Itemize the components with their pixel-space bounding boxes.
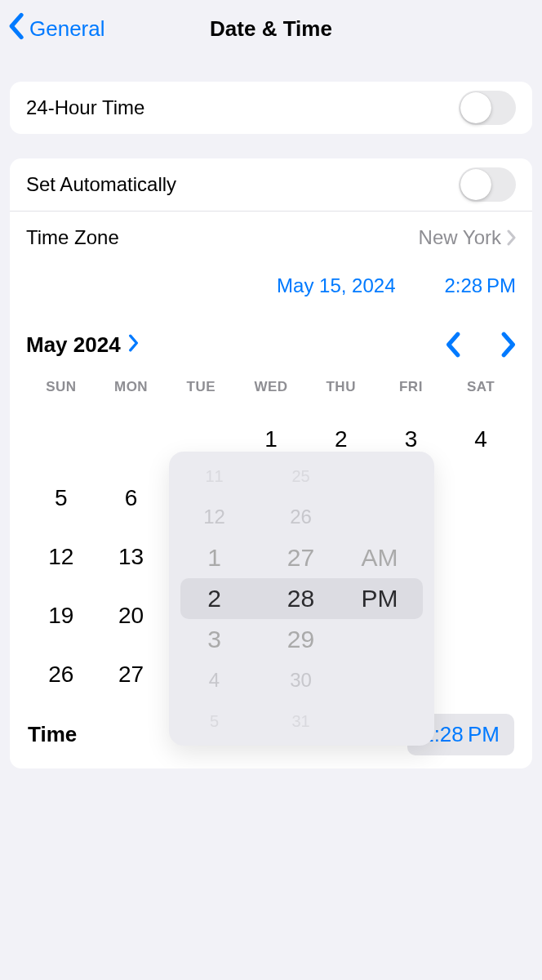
- nav-bar: General Date & Time: [0, 0, 542, 57]
- calendar-day[interactable]: 26: [26, 645, 96, 704]
- group-24hour: 24-Hour Time: [10, 82, 532, 134]
- picker-ampm-column[interactable]: AM PM: [358, 452, 419, 746]
- group-datetime: Set Automatically Time Zone New York May…: [10, 158, 532, 768]
- calendar-day[interactable]: 6: [96, 469, 167, 528]
- picker-option-selected[interactable]: 2: [185, 578, 244, 619]
- picker-minute-column[interactable]: 25 26 27 28 29 30 31: [272, 452, 331, 746]
- picker-option[interactable]: 12: [185, 497, 244, 537]
- row-set-automatically: Set Automatically: [10, 158, 532, 211]
- label-time: Time: [28, 722, 77, 747]
- row-24hour: 24-Hour Time: [10, 82, 532, 134]
- month-picker-button[interactable]: May 2024: [26, 332, 139, 358]
- calendar-weekdays: SUN MON TUE WED THU FRI SAT: [26, 371, 516, 410]
- month-nav: [446, 332, 516, 358]
- calendar-month-header: May 2024: [10, 312, 532, 358]
- next-month-button[interactable]: [500, 332, 516, 358]
- chevron-right-icon: [506, 229, 516, 246]
- picker-option[interactable]: 1: [185, 537, 244, 578]
- weekday-label: MON: [96, 371, 167, 410]
- calendar-day[interactable]: [96, 410, 167, 469]
- calendar-day[interactable]: [446, 645, 516, 704]
- picker-option[interactable]: 30: [272, 660, 331, 701]
- weekday-label: FRI: [376, 371, 446, 410]
- picker-option[interactable]: 31: [272, 701, 331, 742]
- calendar-day[interactable]: 20: [96, 586, 167, 645]
- calendar-day[interactable]: 27: [96, 645, 167, 704]
- back-label: General: [29, 16, 105, 42]
- picker-option[interactable]: 29: [272, 619, 331, 660]
- picker-option-spacer: [358, 619, 419, 660]
- weekday-label: SAT: [446, 371, 516, 410]
- chevron-right-icon: [127, 332, 139, 358]
- chevron-left-icon: [8, 12, 26, 46]
- picker-option[interactable]: AM: [358, 537, 419, 578]
- calendar-day[interactable]: 13: [96, 528, 167, 586]
- value-timezone: New York: [419, 226, 516, 249]
- calendar-day[interactable]: [446, 528, 516, 586]
- timezone-value-text: New York: [419, 226, 501, 249]
- time-picker[interactable]: 11 12 1 2 3 4 5 25 26 27 28: [169, 452, 434, 746]
- month-title-text: May 2024: [26, 332, 121, 358]
- weekday-label: SUN: [26, 371, 96, 410]
- calendar: SUN MON TUE WED THU FRI SAT 1 2 3 4 5 6: [10, 358, 532, 704]
- calendar-day[interactable]: 5: [26, 469, 96, 528]
- picker-option-selected[interactable]: PM: [358, 578, 419, 619]
- picker-option[interactable]: 25: [272, 456, 331, 497]
- calendar-day[interactable]: [26, 410, 96, 469]
- row-current-datetime: May 15, 2024 2:28 PM: [10, 263, 532, 312]
- weekday-label: TUE: [166, 371, 236, 410]
- toggle-set-automatically[interactable]: [459, 167, 516, 202]
- picker-columns: 11 12 1 2 3 4 5 25 26 27 28: [169, 452, 434, 746]
- label-set-automatically: Set Automatically: [26, 173, 176, 196]
- calendar-day[interactable]: 19: [26, 586, 96, 645]
- calendar-day[interactable]: [446, 469, 516, 528]
- picker-option[interactable]: 26: [272, 497, 331, 537]
- toggle-24hour[interactable]: [459, 91, 516, 125]
- picker-option-selected[interactable]: 28: [272, 578, 331, 619]
- row-timezone[interactable]: Time Zone New York: [10, 211, 532, 263]
- calendar-day[interactable]: 4: [446, 410, 516, 469]
- picker-hour-column[interactable]: 11 12 1 2 3 4 5: [185, 452, 244, 746]
- picker-option[interactable]: 5: [185, 701, 244, 742]
- back-button[interactable]: General: [8, 12, 105, 46]
- calendar-day[interactable]: [446, 586, 516, 645]
- calendar-day[interactable]: 12: [26, 528, 96, 586]
- label-24hour: 24-Hour Time: [26, 96, 144, 119]
- prev-month-button[interactable]: [446, 332, 462, 358]
- current-time-button[interactable]: 2:28 PM: [444, 274, 516, 297]
- picker-option[interactable]: 4: [185, 660, 244, 701]
- picker-option[interactable]: 11: [185, 456, 244, 497]
- weekday-label: WED: [236, 371, 306, 410]
- picker-option[interactable]: 3: [185, 619, 244, 660]
- picker-option[interactable]: 27: [272, 537, 331, 578]
- label-timezone: Time Zone: [26, 226, 119, 249]
- current-date-button[interactable]: May 15, 2024: [277, 274, 395, 297]
- weekday-label: THU: [306, 371, 376, 410]
